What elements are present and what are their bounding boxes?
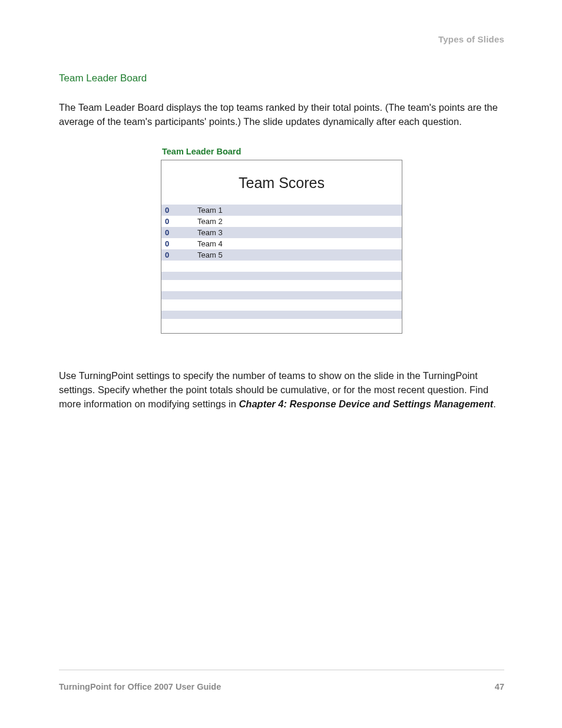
page-footer: TurningPoint for Office 2007 User Guide … <box>59 670 504 691</box>
empty-row <box>161 311 402 319</box>
table-row: 0 Team 4 <box>161 238 402 249</box>
empty-row <box>161 261 402 272</box>
slide-title: Team Scores <box>161 160 402 205</box>
footer-page-number: 47 <box>495 682 504 691</box>
table-row: 0 Team 1 <box>161 205 402 216</box>
table-row: 0 Team 5 <box>161 249 402 261</box>
team-name: Team 3 <box>197 228 223 237</box>
empty-row <box>161 291 402 299</box>
score-cell: 0 <box>165 228 197 237</box>
empty-row <box>161 319 402 333</box>
running-head: Types of Slides <box>59 34 504 44</box>
table-row: 0 Team 3 <box>161 227 402 238</box>
figure-caption: Team Leader Board <box>162 147 402 156</box>
chapter-reference: Chapter 4: Response Device and Settings … <box>239 398 493 409</box>
footer-doc-title: TurningPoint for Office 2007 User Guide <box>59 682 221 691</box>
score-cell: 0 <box>165 206 197 215</box>
figure-box: Team Scores 0 Team 1 0 Team 2 0 Team 3 0… <box>161 160 402 334</box>
empty-row <box>161 280 402 291</box>
team-name: Team 5 <box>197 251 223 259</box>
para2-post: . <box>493 398 496 409</box>
empty-row <box>161 272 402 280</box>
team-name: Team 1 <box>197 206 223 215</box>
score-cell: 0 <box>165 239 197 248</box>
body-paragraph-1: The Team Leader Board displays the top t… <box>59 101 504 129</box>
body-paragraph-2: Use TurningPoint settings to specify the… <box>59 369 504 411</box>
section-heading: Team Leader Board <box>59 73 504 84</box>
empty-row <box>161 299 402 311</box>
score-cell: 0 <box>165 251 197 259</box>
score-cell: 0 <box>165 217 197 226</box>
figure: Team Leader Board Team Scores 0 Team 1 0… <box>161 147 402 334</box>
team-name: Team 4 <box>197 239 223 248</box>
table-row: 0 Team 2 <box>161 216 402 227</box>
team-name: Team 2 <box>197 217 223 226</box>
